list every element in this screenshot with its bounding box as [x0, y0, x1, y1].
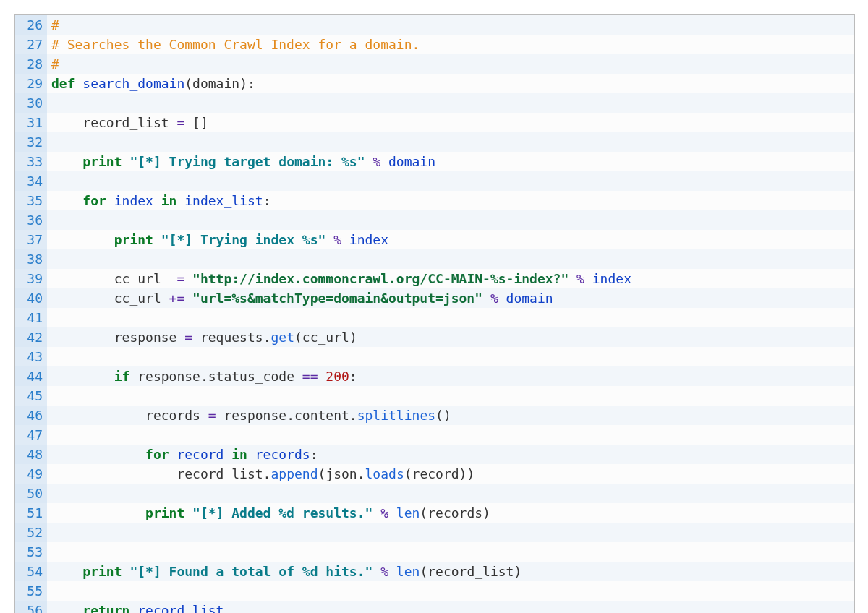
line-number: 45	[15, 386, 47, 406]
code-line[interactable]: 30	[15, 93, 854, 113]
code-line[interactable]: 42 response = requests.get(cc_url)	[15, 327, 854, 347]
code-line[interactable]: 43	[15, 347, 854, 366]
code-line[interactable]: 55	[15, 581, 854, 601]
code-content[interactable]: print "[*] Trying index %s" % index	[47, 230, 388, 249]
line-number: 40	[15, 288, 47, 308]
code-content[interactable]: cc_url += "url=%s&matchType=domain&outpu…	[47, 288, 553, 308]
line-number: 38	[15, 249, 47, 269]
line-number: 30	[15, 93, 47, 113]
line-number: 36	[15, 210, 47, 230]
code-line[interactable]: 47	[15, 425, 854, 445]
code-token: "[*] Found a total of %d hits."	[129, 564, 373, 579]
code-content[interactable]: response = requests.get(cc_url)	[47, 327, 357, 347]
code-line[interactable]: 32	[15, 132, 854, 152]
code-content[interactable]: if response.status_code == 200:	[47, 366, 357, 386]
code-content[interactable]: record_list = []	[47, 113, 208, 132]
code-token: []	[192, 115, 208, 130]
code-content[interactable]: record_list.append(json.loads(record))	[47, 464, 475, 484]
line-number: 55	[15, 581, 47, 601]
line-number: 47	[15, 425, 47, 445]
code-token: response	[137, 369, 200, 384]
code-line[interactable]: 29def search_domain(domain):	[15, 74, 854, 93]
code-content[interactable]: # Searches the Common Crawl Index for a …	[47, 35, 420, 54]
code-token: json	[326, 466, 357, 481]
code-line[interactable]: 51 print "[*] Added %d results." % len(r…	[15, 503, 854, 523]
code-line[interactable]: 35 for index in index_list:	[15, 191, 854, 210]
code-line[interactable]: 37 print "[*] Trying index %s" % index	[15, 230, 854, 249]
code-line[interactable]: 54 print "[*] Found a total of %d hits."…	[15, 562, 854, 581]
line-number: 54	[15, 562, 47, 581]
code-token: response	[114, 330, 185, 345]
code-token: index	[114, 193, 161, 208]
code-content[interactable]: cc_url = "http://index.commoncrawl.org/C…	[47, 269, 631, 288]
code-token: ))	[459, 466, 475, 481]
code-line[interactable]: 48 for record in records:	[15, 445, 854, 464]
code-line[interactable]: 26#	[15, 15, 854, 35]
code-token	[51, 115, 82, 130]
code-token: )	[482, 505, 490, 520]
code-line[interactable]: 46 records = response.content.splitlines…	[15, 406, 854, 425]
code-token: )	[349, 330, 357, 345]
code-token: content	[294, 408, 349, 423]
code-token: print	[114, 232, 161, 247]
code-line[interactable]: 44 if response.status_code == 200:	[15, 366, 854, 386]
code-line[interactable]: 27# Searches the Common Crawl Index for …	[15, 35, 854, 54]
code-token: response	[224, 408, 286, 423]
code-line[interactable]: 56 return record_list	[15, 601, 854, 613]
code-token: append	[271, 466, 318, 481]
code-line[interactable]: 49 record_list.append(json.loads(record)…	[15, 464, 854, 484]
code-content[interactable]: print "[*] Added %d results." % len(reco…	[47, 503, 490, 523]
code-content[interactable]: #	[47, 15, 59, 35]
code-line[interactable]: 38	[15, 249, 854, 269]
line-number: 37	[15, 230, 47, 249]
code-token: index	[349, 232, 388, 247]
code-line[interactable]: 50	[15, 484, 854, 503]
line-number: 35	[15, 191, 47, 210]
code-token: ):	[239, 76, 255, 91]
code-token: record_list	[176, 466, 263, 481]
code-line[interactable]: 45	[15, 386, 854, 406]
code-token: "[*] Added %d results."	[192, 505, 373, 520]
code-line[interactable]: 36	[15, 210, 854, 230]
code-token: :	[349, 369, 357, 384]
code-content[interactable]: records = response.content.splitlines()	[47, 406, 451, 425]
code-token: .	[263, 466, 271, 481]
code-token: cc_url	[114, 291, 169, 306]
code-token	[51, 408, 145, 423]
code-line[interactable]: 53	[15, 542, 854, 562]
code-line[interactable]: 39 cc_url = "http://index.commoncrawl.or…	[15, 269, 854, 288]
code-line[interactable]: 31 record_list = []	[15, 113, 854, 132]
code-token	[51, 603, 82, 613]
code-token	[51, 505, 145, 520]
code-token: records	[145, 408, 208, 423]
code-line[interactable]: 40 cc_url += "url=%s&matchType=domain&ou…	[15, 288, 854, 308]
code-token: %	[365, 154, 389, 169]
code-token	[51, 330, 114, 345]
code-content[interactable]: for index in index_list:	[47, 191, 271, 210]
code-token: for	[82, 193, 114, 208]
code-content[interactable]: #	[47, 54, 59, 74]
code-editor[interactable]: 26#27# Searches the Common Crawl Index f…	[14, 14, 855, 613]
code-line[interactable]: 33 print "[*] Trying target domain: %s" …	[15, 152, 854, 171]
code-content[interactable]: print "[*] Found a total of %d hits." % …	[47, 562, 522, 581]
code-token: record	[412, 466, 459, 481]
code-content[interactable]: return record_list	[47, 601, 224, 613]
code-content[interactable]: def search_domain(domain):	[47, 74, 255, 93]
code-token: .	[286, 408, 294, 423]
code-token: requests	[200, 330, 263, 345]
code-content[interactable]: for record in records:	[47, 445, 318, 464]
code-token: get	[271, 330, 294, 345]
code-token: .	[200, 369, 208, 384]
code-token: records	[255, 447, 310, 462]
code-token	[51, 447, 145, 462]
line-number: 46	[15, 406, 47, 425]
code-line[interactable]: 28#	[15, 54, 854, 74]
code-line[interactable]: 41	[15, 308, 854, 327]
code-line[interactable]: 34	[15, 171, 854, 191]
code-content[interactable]: print "[*] Trying target domain: %s" % d…	[47, 152, 435, 171]
code-token: record_list	[137, 603, 224, 613]
code-token	[51, 271, 114, 286]
code-token: loads	[365, 466, 404, 481]
code-line[interactable]: 52	[15, 523, 854, 542]
line-number: 44	[15, 366, 47, 386]
